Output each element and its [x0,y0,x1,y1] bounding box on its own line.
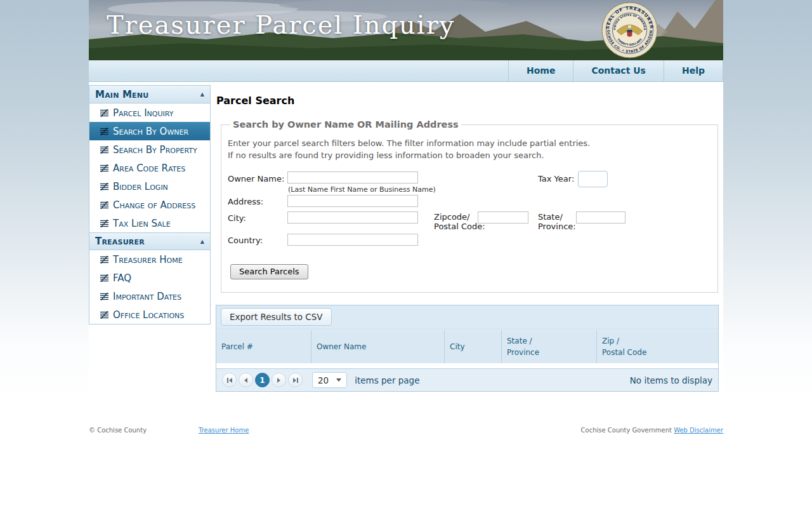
treasurer-seal: SEAL OF TREASURER COCHISE CO. • STATE OF… [601,2,658,58]
content-area: Main Menu ▲ Parcel Inquiry Search By Own… [89,82,723,392]
column-header-owner-name[interactable]: Owner Name [311,330,445,363]
nav-contact-us[interactable]: Contact Us [573,60,664,81]
tax-year-input[interactable] [578,171,608,187]
city-input[interactable] [287,211,418,224]
tax-year-label: Tax Year: [538,174,574,184]
sidebar-header-treasurer[interactable]: Treasurer ▲ [89,232,210,250]
pager-status: No items to display [630,375,712,385]
main-panel: Parcel Search Search by Owner Name OR Ma… [211,85,723,392]
sidebar-item-change-of-address[interactable]: Change of Address [89,196,210,214]
sidebar-item-tax-lien-sale[interactable]: Tax Lien Sale [89,214,210,232]
menu-doc-icon [100,220,108,227]
last-page-icon [293,378,296,383]
page-size-dropdown[interactable]: 20 [312,372,347,388]
menu-doc-icon [100,311,108,319]
sidebar-item-search-by-owner[interactable]: Search By Owner [89,122,210,140]
collapse-arrow-icon: ▲ [200,239,204,244]
sidebar-item-parcel-inquiry[interactable]: Parcel Inquiry [89,104,210,122]
top-navbar: Home Contact Us Help [89,60,723,82]
country-input[interactable] [287,234,418,246]
state-input[interactable] [576,211,625,224]
page-container: Treasurer Parcel Inquiry SEAL OF TREASUR… [89,0,723,434]
owner-name-hint: (Last Name First Name or Business Name) [288,185,436,194]
search-form: Owner Name: (Last Name First Name or Bus… [228,169,711,257]
sidebar-item-label: Bidder Login [113,181,168,192]
pager-next-button[interactable] [272,373,286,387]
items-per-page-label: items per page [355,375,419,385]
menu-doc-icon [100,128,108,135]
footer-government-text: Cochise County Government Web Disclaimer [581,427,723,434]
sidebar-item-search-by-property[interactable]: Search By Property [89,140,210,159]
menu-doc-icon [100,146,108,154]
export-csv-button[interactable]: Export Results to CSV [221,308,332,326]
instructions-line2: If no results are found try providing le… [228,149,711,161]
page-title: Parcel Search [216,95,719,107]
sidebar-item-label: Treasurer Home [113,254,183,265]
column-header-city[interactable]: City [445,330,502,363]
sidebar-item-label: Search By Owner [113,126,188,137]
sidebar-item-label: Important Dates [113,291,181,302]
sidebar-item-bidder-login[interactable]: Bidder Login [89,177,210,196]
grid-toolbar: Export Results to CSV [216,305,718,330]
column-header-zip-postal[interactable]: Zip / Postal Code [597,330,718,363]
state-label: State/ Province: [538,212,576,231]
country-label: Country: [228,236,263,245]
instructions: Enter your parcel search filters below. … [228,137,711,161]
owner-name-input[interactable] [287,171,418,184]
pager-page-1-button[interactable]: 1 [255,373,270,387]
sidebar-item-label: Parcel Inquiry [113,107,173,119]
sidebar-header-main-menu[interactable]: Main Menu ▲ [89,86,210,104]
first-page-icon [227,378,228,383]
menu-doc-icon [100,293,108,300]
column-header-parcel[interactable]: Parcel # [216,330,311,363]
sidebar-item-important-dates[interactable]: Important Dates [89,287,210,305]
site-title: Treasurer Parcel Inquiry [107,10,455,39]
next-page-icon [277,378,280,383]
city-label: City: [228,213,246,223]
footer-treasurer-home-link[interactable]: Treasurer Home [199,427,249,434]
banner: Treasurer Parcel Inquiry SEAL OF TREASUR… [89,0,723,60]
previous-page-icon [244,378,247,383]
footer: © Cochise County Treasurer Home Cochise … [89,427,723,434]
grid-header-row: Parcel # Owner Name City State / Provinc… [216,330,718,363]
pager-first-button[interactable] [222,373,237,387]
search-parcels-button[interactable]: Search Parcels [230,264,308,279]
sidebar-group-main-menu: Main Menu ▲ Parcel Inquiry Search By Own… [89,86,210,232]
results-grid: Export Results to CSV Parcel # Owner Nam… [216,305,719,392]
owner-name-label: Owner Name: [228,174,284,184]
pager-previous-button[interactable] [239,373,253,387]
chevron-down-icon [336,378,341,382]
column-header-state-province[interactable]: State / Province [502,330,597,363]
web-disclaimer-link[interactable]: Web Disclaimer [674,427,723,434]
menu-doc-icon [100,256,108,264]
sidebar-item-area-code-rates[interactable]: Area Code Rates [89,159,210,177]
sidebar-item-label: Area Code Rates [113,163,185,174]
nav-home[interactable]: Home [508,60,573,81]
sidebar-item-label: Search By Property [113,144,197,156]
grid-pager: 1 20 items per page No items to display [216,368,718,391]
menu-doc-icon [100,164,108,172]
sidebar-item-label: Office Locations [113,309,184,321]
menu-doc-icon [100,274,108,282]
collapse-arrow-icon: ▲ [200,91,204,97]
search-fieldset: Search by Owner Name OR Mailing Address … [221,119,718,293]
sidebar-item-faq[interactable]: FAQ [89,269,210,287]
sidebar-item-label: Tax Lien Sale [113,218,171,229]
copyright-text: © Cochise County [89,427,147,434]
pager-last-button[interactable] [288,373,303,387]
instructions-line1: Enter your parcel search filters below. … [228,137,711,149]
nav-help[interactable]: Help [664,60,723,81]
menu-doc-icon [100,109,108,117]
sidebar-item-office-locations[interactable]: Office Locations [89,305,210,324]
menu-doc-icon [100,183,108,190]
page-size-value: 20 [318,375,329,385]
zipcode-input[interactable] [478,211,528,224]
sidebar-item-treasurer-home[interactable]: Treasurer Home [89,250,210,269]
fieldset-legend: Search by Owner Name OR Mailing Address [230,119,461,130]
sidebar-header-label: Main Menu [95,89,148,100]
address-input[interactable] [287,195,418,207]
menu-doc-icon [100,201,108,209]
sidebar-item-label: Change of Address [113,199,195,211]
sidebar: Main Menu ▲ Parcel Inquiry Search By Own… [89,85,211,324]
sidebar-group-treasurer: Treasurer ▲ Treasurer Home FAQ Important… [89,232,210,324]
